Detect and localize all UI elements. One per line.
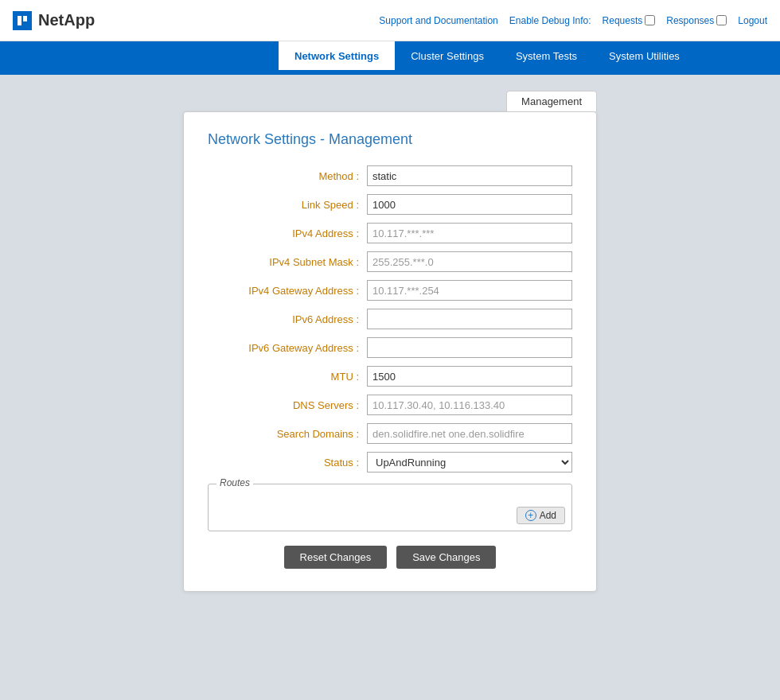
status-row: Status : UpAndRunning Down Maintenance	[208, 452, 572, 472]
card-tab-row: Management	[183, 91, 597, 111]
debug-label: Enable Debug Info:	[509, 15, 591, 26]
page-content: Management Network Settings - Management…	[0, 75, 780, 616]
svg-rect-2	[23, 16, 27, 21]
ipv4-gateway-row: IPv4 Gateway Address :	[208, 280, 572, 301]
mtu-input[interactable]	[367, 366, 572, 387]
ipv6-address-label: IPv6 Address :	[208, 313, 367, 325]
method-row: Method :	[208, 165, 572, 186]
logo-area: NetApp	[13, 11, 95, 30]
logout-link[interactable]: Logout	[738, 15, 767, 26]
ipv6-gateway-row: IPv6 Gateway Address :	[208, 337, 572, 358]
ipv4-subnet-input[interactable]	[367, 251, 572, 272]
ipv4-subnet-label: IPv4 Subnet Mask :	[208, 256, 367, 268]
routes-box: Routes + Add	[208, 484, 572, 531]
tab-network-settings[interactable]: Network Settings	[279, 41, 395, 70]
network-settings-card: Network Settings - Management Method : L…	[183, 111, 597, 592]
tab-cluster-settings[interactable]: Cluster Settings	[395, 41, 500, 70]
logo-text: NetApp	[38, 11, 95, 29]
save-changes-button[interactable]: Save Changes	[396, 546, 496, 569]
reset-changes-button[interactable]: Reset Changes	[284, 546, 388, 569]
responses-label: Responses	[666, 15, 714, 26]
ipv4-subnet-row: IPv4 Subnet Mask :	[208, 251, 572, 272]
search-domains-label: Search Domains :	[208, 428, 367, 440]
method-input[interactable]	[367, 165, 572, 186]
status-select[interactable]: UpAndRunning Down Maintenance	[367, 452, 572, 472]
routes-legend: Routes	[216, 477, 253, 488]
add-route-button[interactable]: + Add	[517, 507, 565, 524]
svg-rect-0	[15, 14, 29, 28]
management-tab[interactable]: Management	[506, 91, 597, 111]
ipv4-address-input[interactable]	[367, 223, 572, 243]
netapp-logo-icon	[13, 11, 32, 30]
requests-label: Requests	[603, 15, 643, 26]
card-title: Network Settings - Management	[208, 131, 572, 148]
responses-checkbox-label[interactable]: Responses	[666, 15, 727, 26]
ipv4-address-row: IPv4 Address :	[208, 223, 572, 243]
search-domains-input[interactable]	[367, 423, 572, 444]
status-label: Status :	[208, 457, 367, 469]
ipv4-gateway-label: IPv4 Gateway Address :	[208, 285, 367, 297]
dns-servers-label: DNS Servers :	[208, 399, 367, 411]
responses-checkbox[interactable]	[716, 15, 727, 25]
search-domains-row: Search Domains :	[208, 423, 572, 444]
ipv6-gateway-input[interactable]	[367, 337, 572, 358]
action-row: Reset Changes Save Changes	[208, 546, 572, 569]
ipv4-address-label: IPv4 Address :	[208, 228, 367, 239]
tab-system-utilities[interactable]: System Utilities	[593, 41, 696, 70]
ipv6-address-input[interactable]	[367, 309, 572, 329]
mtu-row: MTU :	[208, 366, 572, 387]
link-speed-label: Link Speed :	[208, 199, 367, 211]
top-bar: NetApp Support and Documentation Enable …	[0, 0, 780, 41]
ipv6-gateway-label: IPv6 Gateway Address :	[208, 342, 367, 354]
dns-servers-row: DNS Servers :	[208, 395, 572, 415]
routes-section: Routes + Add	[208, 484, 572, 531]
nav-bar: Network Settings Cluster Settings System…	[0, 41, 780, 70]
ipv4-gateway-input[interactable]	[367, 280, 572, 301]
tab-system-tests[interactable]: System Tests	[500, 41, 593, 70]
support-link[interactable]: Support and Documentation	[379, 15, 497, 26]
method-label: Method :	[208, 170, 367, 182]
add-button-label: Add	[540, 510, 556, 521]
link-speed-row: Link Speed :	[208, 194, 572, 215]
svg-rect-1	[18, 16, 21, 25]
ipv6-address-row: IPv6 Address :	[208, 309, 572, 329]
dns-servers-input[interactable]	[367, 395, 572, 415]
add-circle-icon: +	[525, 510, 536, 521]
link-speed-input[interactable]	[367, 194, 572, 215]
requests-checkbox-label[interactable]: Requests	[603, 15, 656, 26]
top-links: Support and Documentation Enable Debug I…	[379, 15, 767, 26]
requests-checkbox[interactable]	[645, 15, 655, 25]
mtu-label: MTU :	[208, 371, 367, 383]
